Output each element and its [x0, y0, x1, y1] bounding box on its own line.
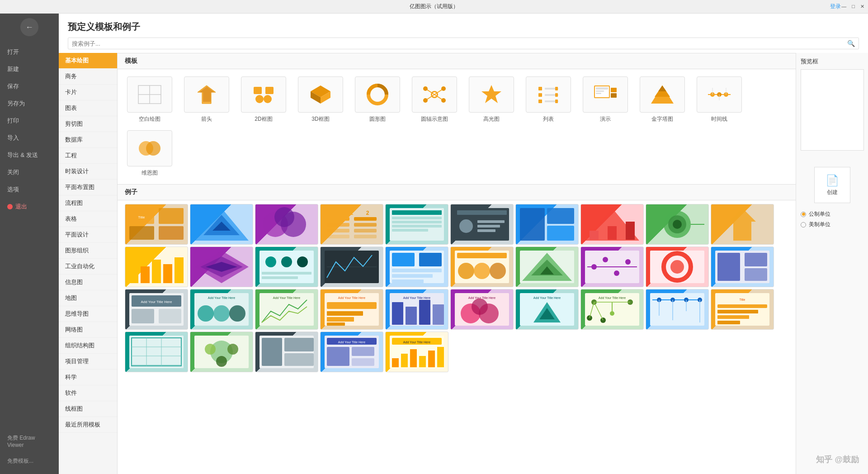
example-item[interactable] — [580, 246, 644, 287]
example-item[interactable]: Add Your Title Here — [190, 289, 253, 330]
example-item[interactable]: Title — [711, 289, 774, 330]
cat-tab-datavis[interactable]: 数据库 — [59, 132, 117, 148]
example-item[interactable] — [190, 332, 253, 372]
cat-tab-orgstructure[interactable]: 组织结构图 — [59, 338, 117, 354]
sidebar-item-saveas[interactable]: 另存为 — [0, 95, 59, 112]
example-item[interactable] — [450, 246, 514, 287]
sidebar-logo[interactable]: ← — [20, 18, 38, 36]
sidebar-item-new[interactable]: 新建 — [0, 61, 59, 78]
unit-metric[interactable]: 公制单位 — [801, 210, 830, 218]
template-arrow[interactable]: 箭头 — [182, 76, 231, 123]
example-item[interactable] — [711, 246, 774, 287]
right-panel: 预览框 📄 创建 公制单位 美制单位 — [796, 53, 868, 474]
example-item[interactable] — [190, 246, 253, 287]
example-item[interactable]: Add Your Title Here — [125, 289, 188, 330]
example-item[interactable] — [646, 289, 709, 330]
cat-tab-industrial[interactable]: 工业自动化 — [59, 259, 117, 275]
cat-tab-cutaway[interactable]: 剪切图 — [59, 116, 117, 132]
sidebar-item-options[interactable]: 选项 — [0, 181, 59, 198]
cat-tab-floorplan[interactable]: 平面布置图 — [59, 180, 117, 195]
example-item[interactable] — [385, 204, 448, 245]
example-item[interactable] — [320, 246, 383, 287]
example-item[interactable] — [385, 246, 448, 287]
example-item[interactable]: Add Your Title Here — [255, 289, 318, 330]
search-icon[interactable]: 🔍 — [847, 40, 855, 47]
example-item[interactable] — [125, 332, 188, 372]
example-item[interactable] — [450, 204, 514, 245]
svg-rect-204 — [129, 336, 184, 368]
cat-tab-recent[interactable]: 最近所用模板 — [59, 417, 117, 433]
cat-tab-basic[interactable]: 基本绘图 — [59, 53, 117, 69]
example-item[interactable]: Add Your Title Here — [450, 289, 514, 330]
template-blank[interactable]: 空白绘图 — [125, 76, 175, 123]
example-item[interactable] — [255, 204, 318, 245]
cat-tab-flatdesign[interactable]: 平面设计 — [59, 227, 117, 243]
cat-tab-infographic[interactable]: 信息图 — [59, 275, 117, 290]
example-item[interactable] — [255, 332, 318, 372]
template-pyramid[interactable]: 金字塔图 — [637, 76, 687, 123]
sidebar-item-open[interactable]: 打开 — [0, 43, 59, 61]
cat-tab-mindmap[interactable]: 思维导图 — [59, 306, 117, 322]
example-item[interactable]: Add Your Title Here — [385, 332, 448, 372]
cat-tab-business[interactable]: 商务 — [59, 69, 117, 85]
example-item[interactable]: Add Your Title Here — [320, 289, 383, 330]
example-item[interactable] — [580, 204, 644, 245]
login-button[interactable]: 登录 — [830, 3, 841, 10]
example-item[interactable] — [125, 246, 188, 287]
cat-tab-network[interactable]: 网络图 — [59, 322, 117, 338]
example-item[interactable]: Add Your Title Here — [320, 332, 383, 372]
sidebar-item-print[interactable]: 打印 — [0, 112, 59, 129]
cat-tab-chart[interactable]: 图表 — [59, 100, 117, 116]
sidebar-item-export[interactable]: 导出 & 发送 — [0, 147, 59, 164]
template-2d[interactable]: 2D框图 — [239, 76, 288, 123]
example-item[interactable]: 1 2 — [320, 204, 383, 245]
unit-imperial[interactable]: 美制单位 — [801, 221, 830, 228]
svg-rect-33 — [555, 100, 558, 103]
sidebar-item-free-viewer[interactable]: 免费 Edraw Viewer — [0, 430, 59, 453]
sidebar-item-import[interactable]: 导入 — [0, 129, 59, 147]
cat-tab-wireframe[interactable]: 线框图 — [59, 401, 117, 417]
sidebar-item-label: 新建 — [7, 65, 19, 73]
example-item[interactable] — [646, 246, 709, 287]
cat-tab-table[interactable]: 表格 — [59, 211, 117, 227]
template-3d[interactable]: 3D框图 — [296, 76, 345, 123]
template-circle[interactable]: 圆形图 — [353, 76, 402, 123]
sidebar-item-close[interactable]: 关闭 — [0, 164, 59, 181]
sidebar-item-free-templates[interactable]: 免费模板... — [0, 453, 59, 469]
svg-rect-87 — [547, 208, 574, 224]
cat-tab-orgchart[interactable]: 图形组织 — [59, 243, 117, 259]
create-button[interactable]: 📄 创建 — [814, 167, 850, 203]
template-timeline[interactable]: 时间线 — [694, 76, 744, 123]
cat-tab-flowchart[interactable]: 流程图 — [59, 195, 117, 211]
template-highlight[interactable]: 高光图 — [467, 76, 516, 123]
cat-tab-science[interactable]: 科学 — [59, 370, 117, 385]
example-item[interactable]: Add Your Title Here — [515, 289, 579, 330]
example-item[interactable] — [255, 246, 318, 287]
sidebar-item-save[interactable]: 保存 — [0, 78, 59, 95]
cat-tab-map[interactable]: 地图 — [59, 290, 117, 306]
cat-tab-engineering[interactable]: 工程 — [59, 148, 117, 164]
maximize-button[interactable]: □ — [852, 4, 855, 9]
svg-rect-73 — [354, 235, 377, 238]
minimize-button[interactable]: — — [841, 4, 846, 9]
example-item[interactable] — [711, 204, 774, 245]
sidebar-item-exit[interactable]: 退出 — [0, 198, 59, 215]
close-button[interactable]: ✕ — [860, 4, 864, 9]
example-item[interactable]: Add Your Title Here — [385, 289, 448, 330]
template-present[interactable]: 演示 — [580, 76, 630, 123]
example-item[interactable] — [515, 204, 579, 245]
cat-tab-projectmgmt[interactable]: 项目管理 — [59, 354, 117, 370]
example-item[interactable] — [515, 246, 579, 287]
cat-tab-fashion[interactable]: 时装设计 — [59, 164, 117, 180]
app-title: 亿图图示（试用版） — [410, 3, 458, 10]
example-item[interactable]: Add Your Title Here — [580, 289, 644, 330]
example-item[interactable] — [646, 204, 709, 245]
cat-tab-software[interactable]: 软件 — [59, 385, 117, 401]
template-venn[interactable]: 维恩图 — [125, 130, 175, 177]
example-item[interactable]: Title — [125, 204, 188, 245]
search-input[interactable] — [72, 40, 847, 47]
template-radial[interactable]: 圆辐示意图 — [410, 76, 459, 123]
cat-tab-card[interactable]: 卡片 — [59, 85, 117, 100]
example-item[interactable] — [190, 204, 253, 245]
template-list[interactable]: 列表 — [524, 76, 573, 123]
